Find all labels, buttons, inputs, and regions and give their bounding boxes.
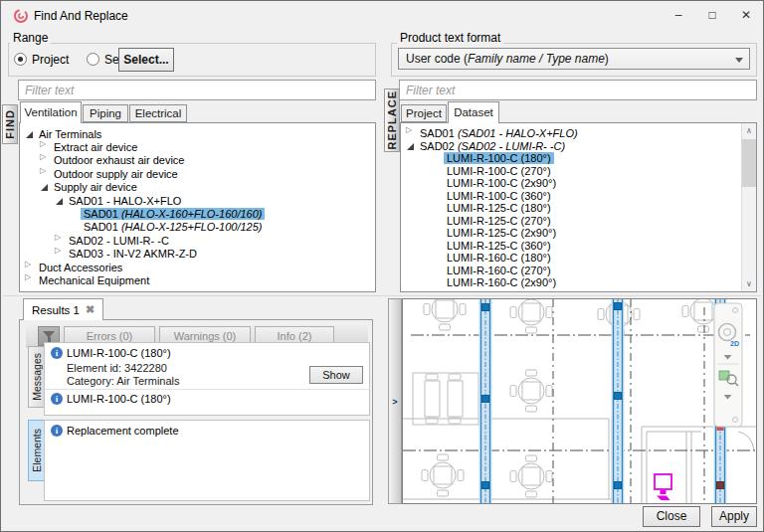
info-icon: [51, 393, 63, 405]
tree-item[interactable]: LUMI-R-160-C (180°): [401, 252, 756, 265]
tree-item[interactable]: SAD02 - LUMI-R- -C: [20, 234, 375, 247]
tree-item[interactable]: SAD03 - IN-V2 AKMR-Z-D: [20, 248, 375, 261]
tree-item[interactable]: LUMI-R-100-C (360°): [401, 190, 756, 203]
tree-item[interactable]: Outdoor exhaust air device: [20, 154, 375, 167]
preview-viewport[interactable]: 2D: [402, 298, 757, 504]
expander-icon[interactable]: [405, 141, 417, 151]
tree-item[interactable]: LUMI-R-125-C (360°): [401, 240, 756, 253]
title-bar: Find And Replace – □ ✕: [1, 1, 763, 31]
duct-handles: [482, 303, 724, 489]
message-title[interactable]: LUMI-R-100-C (180°): [67, 393, 171, 405]
scrollbar-thumb[interactable]: [742, 139, 756, 187]
maximize-button[interactable]: □: [695, 1, 729, 30]
expander-icon[interactable]: [54, 196, 66, 206]
expander-icon[interactable]: [39, 169, 51, 179]
find-tree: Air Terminals Extract air device Outdoor…: [19, 122, 376, 292]
message-detail: Element id: 3422280: [67, 362, 167, 375]
expander-icon: [432, 203, 444, 213]
window-title: Find And Replace: [34, 9, 128, 23]
show-button[interactable]: Show: [309, 366, 363, 384]
close-window-button[interactable]: ✕: [729, 1, 763, 30]
tree-item[interactable]: LUMI-R-100-C (270°): [401, 165, 756, 178]
tree-item[interactable]: Air Terminals: [20, 127, 375, 140]
tab-piping[interactable]: Piping: [83, 104, 128, 122]
expander-icon: [432, 191, 444, 201]
preview-splitter[interactable]: >: [388, 298, 402, 504]
expander-icon: [432, 153, 444, 163]
tree-item-selected[interactable]: LUMI-R-100-C (180°): [401, 152, 756, 165]
expander-icon[interactable]: [54, 236, 66, 246]
tree-item[interactable]: Duct Accessories: [20, 261, 375, 273]
tree-item[interactable]: LUMI-R-100-C (2x90°): [401, 177, 756, 190]
replace-filter-input[interactable]: [399, 80, 757, 100]
expander-icon[interactable]: [24, 275, 36, 285]
expander-icon[interactable]: [39, 182, 51, 192]
combo-value-prefix: User code (: [406, 52, 468, 66]
info-icon: [51, 347, 63, 359]
radio-project[interactable]: [14, 53, 27, 66]
expander-icon: [432, 178, 444, 188]
tree-item[interactable]: SAD02 (SAD02 - LUMI-R- -C): [401, 140, 756, 153]
workstation-symbol: [655, 474, 671, 500]
messages-side-tab[interactable]: Messages: [28, 346, 45, 408]
tree-item[interactable]: LUMI-R-160-C (270°): [401, 265, 756, 277]
message-divider: [45, 389, 371, 390]
message-title[interactable]: LUMI-R-100-C (180°): [67, 347, 171, 359]
scroll-up-icon[interactable]: ∧: [742, 123, 756, 138]
element-message-title[interactable]: Replacement complete: [67, 425, 179, 437]
scrollbar[interactable]: ∧ ∨: [741, 123, 756, 291]
tab-dataset[interactable]: Dataset: [448, 101, 499, 123]
find-filter-input[interactable]: [18, 80, 376, 100]
messages-list: LUMI-R-100-C (180°) Element id: 3422280 …: [44, 342, 370, 416]
radio-selection[interactable]: [87, 53, 99, 66]
expander-icon: [69, 222, 81, 232]
scroll-down-icon[interactable]: ∨: [742, 276, 756, 291]
tree-item[interactable]: SAD01 (SAD01 - HALO-X+FLO): [401, 127, 756, 140]
tree-item[interactable]: Outdoor supply air device: [20, 167, 375, 180]
select-button[interactable]: Select...: [118, 48, 174, 72]
radio-project-label[interactable]: Project: [32, 53, 69, 67]
expander-icon[interactable]: [54, 249, 66, 259]
tree-item-selected[interactable]: SAD01 (HALO-X-160+FLO-160/160): [20, 207, 375, 220]
expander-icon[interactable]: [24, 263, 36, 272]
tree-item[interactable]: LUMI-R-125-C (2x90°): [401, 227, 756, 240]
close-results-icon[interactable]: ✖: [86, 303, 95, 316]
expander-icon[interactable]: [39, 155, 51, 165]
tree-item[interactable]: LUMI-R-160-C (2x90°): [401, 276, 756, 289]
minimize-button[interactable]: –: [662, 1, 695, 30]
tree-item[interactable]: SAD01 (HALO-X-125+FLO-100/125): [20, 221, 375, 234]
expander-icon[interactable]: [39, 142, 51, 152]
walls-layer: [403, 419, 756, 503]
app-logo-icon: [13, 8, 29, 24]
close-button[interactable]: Close: [643, 506, 700, 527]
dark-handle: [717, 482, 724, 489]
replace-side-tab[interactable]: REPLACE: [384, 89, 400, 152]
expander-icon[interactable]: [24, 129, 36, 139]
elements-side-tab[interactable]: Elements: [28, 420, 45, 481]
panel-separator: [3, 295, 761, 296]
message-detail: Category: Air Terminals: [67, 375, 180, 388]
tree-item[interactable]: Supply air device: [20, 181, 375, 194]
expand-chevron-icon: >: [392, 397, 397, 407]
results-tab[interactable]: Results 1 ✖: [23, 298, 103, 320]
find-side-tab[interactable]: FIND: [2, 104, 18, 144]
tab-electrical[interactable]: Electrical: [129, 104, 187, 122]
expander-icon: [432, 166, 444, 176]
tree-item[interactable]: LUMI-R-125-C (180°): [401, 202, 756, 215]
expander-icon: [432, 277, 444, 287]
tab-project[interactable]: Project: [401, 104, 447, 122]
tab-ventilation[interactable]: Ventilation: [20, 101, 82, 123]
expander-icon[interactable]: [405, 128, 417, 138]
tree-item[interactable]: SAD01 - HALO-X+FLO: [20, 194, 375, 207]
product-text-format-combobox[interactable]: User code (Family name / Type name): [398, 48, 750, 70]
tree-item[interactable]: Mechanical Equipment: [20, 273, 375, 286]
rect-table-group: [413, 373, 478, 425]
expander-icon: [432, 266, 444, 275]
product-text-format-label: Product text format: [397, 31, 503, 45]
expander-icon: [432, 253, 444, 263]
combo-value-suffix: ): [605, 52, 609, 66]
results-tab-label: Results 1: [32, 304, 80, 316]
tree-item[interactable]: Extract air device: [20, 140, 375, 153]
tree-item[interactable]: LUMI-R-125-C (270°): [401, 215, 756, 228]
apply-button[interactable]: Apply: [711, 506, 757, 527]
